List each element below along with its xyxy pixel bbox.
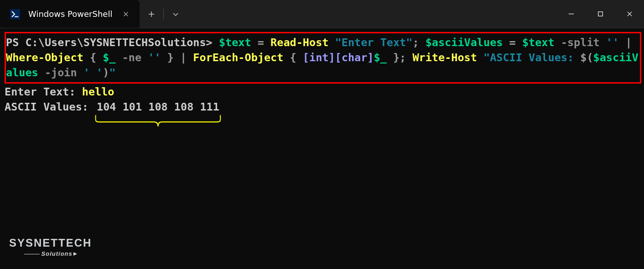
output-ascii-values: ASCII Values: 104 101 108 108 111: [5, 100, 641, 115]
dollar2: $_: [374, 51, 387, 64]
tab-strip: Windows PowerShell: [0, 0, 556, 28]
terminal[interactable]: PS C:\Users\SYSNETTECHSolutions> $text =…: [0, 28, 644, 269]
var-ascii: $asciiValues: [426, 36, 503, 49]
ascii-label: ASCII Values:: [5, 100, 95, 113]
str-c: ": [109, 66, 115, 79]
var-text: $text: [219, 36, 251, 49]
op-split: -split: [555, 36, 606, 49]
str-enter: "Enter Text": [335, 36, 413, 49]
watermark-bottom-text: Solutions: [42, 250, 73, 257]
cmd-readhost: Read-Host: [270, 36, 328, 49]
curly-brace-annotation: [95, 114, 221, 128]
sub-c: ): [103, 66, 109, 79]
pipe2: |: [174, 51, 193, 64]
tab-actions: [140, 0, 187, 28]
brace-o2: {: [290, 51, 303, 64]
tab-title: Windows PowerShell: [28, 9, 112, 19]
sp3: [283, 51, 290, 64]
ascii-values: 104 101 108 108 111: [95, 100, 221, 113]
pipe1: |: [619, 36, 638, 49]
cmd-where: Where-Object: [6, 51, 83, 64]
cast: [int][char]: [303, 51, 374, 64]
sp4: [477, 51, 483, 64]
split-arg: '': [606, 36, 619, 49]
tab-close-button[interactable]: [120, 9, 131, 20]
prompt: PS C:\Users\SYSNETTECHSolutions>: [6, 36, 219, 49]
sp: [328, 36, 335, 49]
minimize-button[interactable]: [556, 0, 586, 28]
enter-text-label: Enter Text:: [5, 85, 82, 98]
join-arg: ' ': [83, 66, 103, 79]
tab-dropdown-button[interactable]: [164, 0, 187, 28]
watermark-bottom: Solutions: [9, 250, 92, 258]
dollar1: $_: [103, 51, 115, 64]
maximize-button[interactable]: [586, 0, 615, 28]
sp2: [83, 51, 90, 64]
user-input: hello: [82, 85, 114, 98]
svg-rect-3: [598, 12, 602, 16]
watermark-top: SYSNETTECH: [9, 235, 92, 251]
str-o: "ASCII Values:: [483, 51, 580, 64]
semi1: ;: [412, 36, 425, 49]
watermark: SYSNETTECH Solutions: [9, 235, 92, 258]
ascii-values-wrap: 104 101 108 108 111: [95, 100, 221, 115]
op-eq1: =: [251, 36, 270, 49]
tab-powershell[interactable]: Windows PowerShell: [0, 0, 140, 28]
op-join: -join: [38, 66, 83, 79]
brace-o1: {: [90, 51, 103, 64]
powershell-icon: [10, 9, 20, 19]
close-button[interactable]: [615, 0, 644, 28]
brace-c2: }: [387, 51, 400, 64]
op-ne: -ne: [116, 51, 148, 64]
cmd-foreach: ForEach-Object: [193, 51, 283, 64]
titlebar: Windows PowerShell: [0, 0, 644, 28]
window-controls: [556, 0, 644, 28]
output-enter-text: Enter Text: hello: [5, 84, 641, 100]
window: Windows PowerShell: [0, 0, 644, 269]
command-line: PS C:\Users\SYSNETTECHSolutions> $text =…: [6, 35, 639, 80]
ne-arg: '': [148, 51, 161, 64]
command-highlight-box: PS C:\Users\SYSNETTECHSolutions> $text =…: [5, 32, 641, 84]
new-tab-button[interactable]: [140, 0, 163, 28]
cmd-writehost: Write-Host: [412, 51, 477, 64]
brace-c1: }: [161, 51, 174, 64]
sub-o: $(: [580, 51, 593, 64]
semi2: ;: [400, 51, 412, 64]
var-text2: $text: [522, 36, 555, 49]
op-eq2: =: [503, 36, 522, 49]
